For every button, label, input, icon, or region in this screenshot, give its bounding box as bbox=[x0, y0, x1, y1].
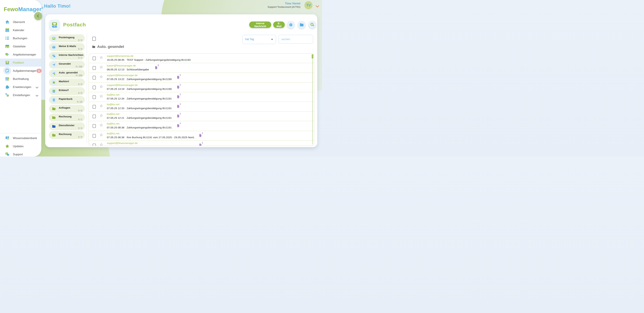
folder-anfragen[interactable]: Anfragen 0 / 0 bbox=[49, 105, 85, 113]
email-subject: Schlüsselübergabe bbox=[127, 68, 149, 71]
star-toggle[interactable]: ☆ bbox=[100, 94, 103, 98]
list-scrollbar-thumb[interactable] bbox=[312, 54, 313, 59]
folder-meine-emails[interactable]: Meine E-Mails 0 / 0 bbox=[49, 43, 85, 51]
column-divider bbox=[87, 33, 87, 143]
tag-filter-value: hat Tag bbox=[245, 38, 254, 41]
sidebar-item-einstellungen[interactable]: Einstellungen bbox=[0, 91, 41, 99]
folder-auto-gesendet[interactable]: Auto. gesendet 0 / 200 bbox=[49, 69, 85, 77]
folder-rechnung-2[interactable]: Rechnung 0 / 0 bbox=[49, 131, 85, 139]
user-menu[interactable]: Timo Viertel Support Testaccount (A7751)… bbox=[227, 0, 322, 12]
email-row[interactable]: ☆ support@fewomanager.de 07.05.25 13:22Z… bbox=[89, 73, 314, 83]
row-checkbox[interactable] bbox=[92, 66, 96, 70]
star-toggle[interactable]: ☆ bbox=[100, 104, 103, 108]
star-toggle[interactable]: ☆ bbox=[100, 123, 103, 127]
chevron-down-icon[interactable] bbox=[316, 4, 319, 7]
star-toggle[interactable]: ☆ bbox=[100, 85, 103, 88]
sidebar-item-gaesteliste[interactable]: Gästeliste bbox=[0, 42, 41, 50]
logo-fewo: Fewo bbox=[4, 6, 18, 12]
folder-dienstleister[interactable]: Dienstleister 0 / 0 bbox=[49, 122, 85, 130]
search-input[interactable] bbox=[279, 35, 313, 44]
sidebar-item-angebotsmanager[interactable]: % Angebotsmanager bbox=[0, 50, 41, 58]
star-toggle[interactable]: ☆ bbox=[100, 133, 103, 137]
star-toggle[interactable]: ☆ bbox=[100, 113, 103, 117]
folder-count: 0 / 0 bbox=[78, 83, 82, 85]
settings-button[interactable] bbox=[287, 21, 294, 28]
folder-posteingang[interactable]: Posteingang 0 / 0 bbox=[49, 34, 85, 42]
interne-nachricht-button[interactable]: Interne Nachricht bbox=[249, 21, 271, 28]
user-name: Timo Viertel bbox=[285, 2, 300, 5]
list-heading: Auto. gesendet bbox=[92, 44, 124, 49]
row-checkbox[interactable] bbox=[92, 95, 96, 99]
folders-button[interactable] bbox=[298, 21, 306, 28]
email-sender: ka@ko.net bbox=[107, 122, 119, 125]
attachment-indicator: 1 bbox=[199, 142, 206, 146]
task-count-badge: 5 bbox=[36, 69, 42, 73]
sidebar-item-label: Erweiterungen bbox=[13, 85, 31, 89]
email-sender: ka@ko.net bbox=[107, 112, 119, 116]
row-checkbox[interactable] bbox=[92, 144, 96, 146]
row-checkbox[interactable] bbox=[92, 56, 96, 60]
star-toggle[interactable]: ☆ bbox=[100, 143, 103, 146]
email-subject: Zahlungseingangsbestätigung BU1190 bbox=[127, 78, 172, 80]
sidebar-item-erweiterungen[interactable]: Erweiterungen bbox=[0, 83, 41, 91]
email-line2: 07.05.25 12:34Zahlungseingangsbestätigun… bbox=[107, 97, 172, 100]
sidebar-item-aufgabenmanager[interactable]: Aufgabenmanager 5 bbox=[0, 67, 41, 75]
sidebar-collapse-button[interactable] bbox=[34, 12, 42, 20]
sidebar-item-buchungen[interactable]: Buchungen bbox=[0, 34, 41, 42]
folder-papierkorb[interactable]: Papierkorb 0 / 23 bbox=[49, 96, 85, 104]
sidebar-item-kalender[interactable]: Kalender bbox=[0, 26, 41, 34]
row-checkbox[interactable] bbox=[92, 86, 96, 89]
chevron-down-icon bbox=[36, 86, 38, 88]
email-button[interactable]: E-Mail bbox=[273, 21, 285, 28]
row-checkbox[interactable] bbox=[92, 76, 96, 79]
email-subject: TEST Support - Zahlungseingangsbestätigu… bbox=[127, 58, 191, 61]
email-row[interactable]: ☆ kaiser@fewomanager.de 08.05.25 12:13Sc… bbox=[89, 63, 314, 73]
star-toggle[interactable]: ☆ bbox=[100, 55, 103, 59]
sidebar-item-support[interactable]: Support bbox=[0, 150, 41, 156]
sidebar-item-postfach[interactable]: Postfach bbox=[0, 58, 41, 67]
search-button[interactable] bbox=[308, 21, 316, 28]
sidebar-item-uebersicht[interactable]: Übersicht bbox=[0, 18, 41, 26]
puzzle-icon bbox=[5, 84, 10, 89]
list-scrollbar-track[interactable] bbox=[312, 59, 313, 144]
email-row[interactable]: ☆ support@smarenso.de 16.05.25 08:45TEST… bbox=[89, 54, 314, 63]
star-toggle[interactable]: ☆ bbox=[100, 75, 103, 79]
select-all-checkbox[interactable] bbox=[92, 37, 96, 41]
tag-filter-select[interactable]: hat Tag bbox=[242, 35, 276, 44]
sidebar-item-updates[interactable]: Updates bbox=[0, 142, 41, 150]
row-checkbox[interactable] bbox=[92, 124, 96, 128]
folder-markiert[interactable]: Markiert 0 / 0 bbox=[49, 78, 85, 86]
email-sender: ka@ko.net bbox=[107, 93, 119, 96]
folder-interne-nachrichten[interactable]: Interne Nachrichten 0 / 1 bbox=[49, 52, 85, 60]
folder-entwurf[interactable]: Entwurf 0 / 0 bbox=[49, 87, 85, 95]
email-row[interactable]: ☆ ka@ko.net 07.05.25 08:38Ihre Buchung B… bbox=[89, 131, 314, 141]
folder-gesendet[interactable]: Gesendet 0 / 233 bbox=[49, 61, 85, 69]
email-list: ☆ support@smarenso.de 16.05.25 08:45TEST… bbox=[88, 53, 314, 146]
folder-count: 0 / 1 bbox=[78, 57, 82, 59]
inbox-icon bbox=[51, 22, 58, 28]
folder-label: Markiert bbox=[59, 80, 69, 83]
attachment-count: 1 bbox=[180, 103, 181, 105]
sidebar-item-buchhaltung[interactable]: Buchhaltung bbox=[0, 75, 41, 83]
email-row[interactable]: ☆ support@fewomanager.de 07.05.25 13:19Z… bbox=[89, 83, 314, 92]
email-row[interactable]: ☆ ka@ko.net 07.05.25 12:21Zahlungseingan… bbox=[89, 112, 314, 121]
attachment-indicator: 1 bbox=[199, 132, 206, 138]
home-icon bbox=[5, 19, 10, 24]
folder-label: Meine E-Mails bbox=[59, 45, 76, 48]
row-checkbox[interactable] bbox=[92, 134, 96, 138]
email-row[interactable]: ☆ support@fewomanager.de 07.05.25 07:28I… bbox=[89, 141, 314, 146]
sidebar-item-label: Übersicht bbox=[13, 20, 25, 24]
avatar[interactable]: TV bbox=[304, 1, 312, 9]
email-row[interactable]: ☆ ka@ko.net 07.05.25 12:34Zahlungseingan… bbox=[89, 92, 314, 102]
email-row[interactable]: ☆ ka@ko.net 07.05.25 08:38Zahlungseingan… bbox=[89, 121, 314, 131]
sidebar-item-wissensdatenbank[interactable]: Wissensdatenbank bbox=[0, 134, 41, 142]
search-icon bbox=[310, 22, 314, 27]
row-checkbox[interactable] bbox=[92, 105, 96, 109]
attachment-indicator: 1 bbox=[177, 103, 184, 109]
row-checkbox[interactable] bbox=[92, 115, 96, 118]
folder-count: 0 / 0 bbox=[78, 48, 82, 50]
star-toggle[interactable]: ☆ bbox=[100, 65, 103, 69]
email-row[interactable]: ☆ ka@ko.net 07.05.25 12:33Zahlungseingan… bbox=[89, 102, 314, 112]
folder-rechnung-1[interactable]: Rechnung 0 / 1 bbox=[49, 113, 85, 121]
folder-count: 0 / 0 bbox=[78, 92, 82, 94]
